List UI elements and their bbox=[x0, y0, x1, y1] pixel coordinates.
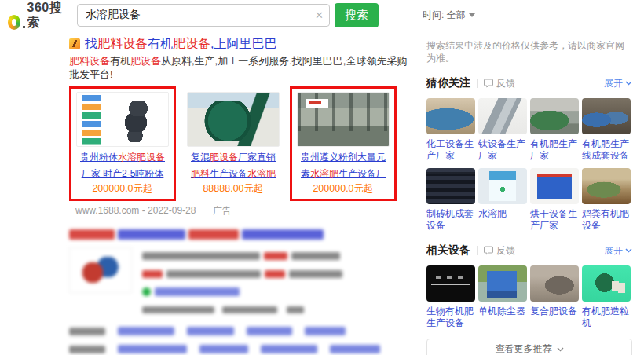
time-filter-dropdown[interactable]: 时间: 全部 bbox=[423, 9, 475, 22]
product-price: 200000.0元起 bbox=[297, 182, 390, 196]
expand-button[interactable]: 展开 bbox=[604, 244, 632, 258]
result-description: 肥料设备有机肥设备从原料,生产,加工一系列服务.找阿里巴巴,全球领先采购批发平台… bbox=[69, 54, 411, 81]
product-thumbnail bbox=[530, 98, 579, 134]
result-source-url: www.1688.com - 2022-09-28 bbox=[75, 205, 196, 216]
related-item[interactable]: 单机除尘器 bbox=[478, 265, 527, 329]
related-item[interactable]: 复合肥设备 bbox=[530, 265, 579, 329]
divider bbox=[477, 79, 478, 88]
search-box: ✕ bbox=[77, 4, 330, 27]
product-thumbnail bbox=[530, 265, 579, 302]
result-ad-1: 找肥料设备有机肥设备,上阿里巴巴 肥料设备有机肥设备从原料,生产,加工一系列服务… bbox=[69, 36, 411, 218]
product-thumbnail bbox=[297, 92, 390, 147]
top-search-bar: 360搜索 ✕ 搜索 时间: 全部 bbox=[0, 0, 644, 30]
clear-icon[interactable]: ✕ bbox=[315, 9, 324, 21]
product-thumbnail bbox=[426, 265, 475, 302]
product-thumbnail bbox=[426, 168, 475, 204]
feedback-button[interactable]: 反馈 bbox=[484, 244, 515, 258]
expand-button[interactable]: 展开 bbox=[604, 77, 632, 90]
related-item[interactable]: 烘干设备生产厂家 bbox=[530, 168, 579, 232]
related-item[interactable]: 水溶肥 bbox=[478, 168, 527, 232]
related-item[interactable]: 钛设备生产厂家 bbox=[478, 98, 527, 162]
product-card-title[interactable]: 贵州遵义粉剂大量元 bbox=[297, 152, 390, 163]
product-card-title-line2[interactable]: 厂家 时产2-5吨粉体 bbox=[76, 168, 169, 180]
360-search-logo[interactable]: 360搜索 bbox=[8, 0, 68, 30]
search-input[interactable] bbox=[77, 4, 330, 27]
search-button[interactable]: 搜索 bbox=[335, 3, 379, 27]
annotation-box-card-3: 贵州遵义粉剂大量元 素水溶肥生产设备厂 200000.0元起 bbox=[290, 86, 397, 201]
related-equipment-grid: 生物有机肥生产设备 单机除尘器 复合肥设备 有机肥造粒机 bbox=[426, 265, 632, 329]
section-title: 猜你关注 bbox=[426, 76, 470, 90]
caret-down-icon bbox=[469, 13, 475, 17]
section-related-equipment-header: 相关设备 反馈 展开 bbox=[426, 243, 632, 258]
related-item[interactable]: 生物有机肥生产设备 bbox=[426, 265, 475, 329]
product-thumbnail bbox=[582, 168, 631, 204]
redacted-sitelinks bbox=[69, 324, 411, 355]
360-logo-ring-icon bbox=[8, 15, 20, 30]
product-card-title-line2[interactable]: 素水溶肥生产设备厂 bbox=[297, 168, 390, 180]
time-filter-label: 时间: 全部 bbox=[423, 9, 466, 22]
divider bbox=[477, 246, 478, 255]
redacted-result-title[interactable] bbox=[69, 227, 411, 241]
logo-dot bbox=[23, 26, 25, 28]
section-title: 相关设备 bbox=[426, 243, 470, 258]
related-item[interactable]: 鸡粪有机肥设备 bbox=[582, 168, 631, 232]
speech-bubble-icon bbox=[484, 79, 493, 88]
related-item[interactable]: 有机肥生产线成套设备 bbox=[582, 98, 631, 162]
alibaba-favicon-icon bbox=[69, 38, 80, 49]
product-card-title-line2[interactable]: 肥料生产设备水溶肥 bbox=[187, 168, 280, 180]
price-disclaimer: 搜索结果中涉及的价格仅供参考，请以商家官网为准。 bbox=[426, 39, 632, 64]
guess-you-like-grid: 化工设备生产厂家 钛设备生产厂家 有机肥生产厂家 有机肥生产线成套设备 制砖机成… bbox=[426, 98, 632, 232]
chevron-down-icon bbox=[625, 81, 632, 86]
chevron-down-icon bbox=[557, 347, 564, 352]
speech-bubble-icon bbox=[484, 246, 493, 255]
related-item[interactable]: 化工设备生产厂家 bbox=[426, 98, 475, 162]
product-price: 200000.0元起 bbox=[76, 182, 169, 196]
product-card-title[interactable]: 贵州粉体水溶肥设备 bbox=[76, 152, 169, 163]
redacted-thumbnail bbox=[69, 247, 132, 293]
result-meta: www.1688.com - 2022-09-28 广告 bbox=[69, 204, 411, 218]
verified-icon bbox=[142, 287, 151, 296]
related-item[interactable]: 有机肥生产厂家 bbox=[530, 98, 579, 162]
product-thumbnail bbox=[478, 98, 527, 134]
product-price: 88888.00元起 bbox=[187, 182, 280, 196]
chevron-down-icon bbox=[625, 248, 632, 253]
result-title-link[interactable]: 找肥料设备有机肥设备,上阿里巴巴 bbox=[85, 36, 276, 52]
section-guess-you-like-header: 猜你关注 反馈 展开 bbox=[426, 76, 632, 90]
results-column: 找肥料设备有机肥设备,上阿里巴巴 肥料设备有机肥设备从原料,生产,加工一系列服务… bbox=[69, 30, 411, 355]
feedback-button[interactable]: 反馈 bbox=[484, 77, 515, 90]
product-thumbnail bbox=[426, 98, 475, 134]
related-item[interactable]: 有机肥造粒机 bbox=[582, 265, 631, 329]
product-thumbnail bbox=[76, 92, 169, 147]
product-thumbnail bbox=[478, 168, 527, 204]
related-item[interactable]: 制砖机成套设备 bbox=[426, 168, 475, 232]
redacted-result bbox=[69, 227, 411, 355]
redacted-description bbox=[142, 247, 411, 317]
ad-label: 广告 bbox=[213, 205, 232, 216]
product-thumbnail bbox=[582, 98, 631, 134]
product-card[interactable]: 复混肥设备厂家直销 肥料生产设备水溶肥 88888.00元起 bbox=[187, 92, 280, 196]
product-card[interactable]: 贵州粉体水溶肥设备 厂家 时产2-5吨粉体 200000.0元起 bbox=[76, 92, 169, 196]
annotation-box-card-1: 贵州粉体水溶肥设备 厂家 时产2-5吨粉体 200000.0元起 bbox=[69, 86, 176, 201]
product-card-title[interactable]: 复混肥设备厂家直销 bbox=[187, 152, 280, 163]
product-thumbnail bbox=[478, 265, 527, 302]
logo-wordmark: 360搜索 bbox=[27, 0, 68, 30]
sidebar: 搜索结果中涉及的价格仅供参考，请以商家官网为准。 猜你关注 反馈 展开 化工设备… bbox=[426, 30, 632, 355]
product-thumbnail bbox=[530, 168, 579, 204]
product-cards-row: 贵州粉体水溶肥设备 厂家 时产2-5吨粉体 200000.0元起 复混肥设备厂家… bbox=[69, 86, 411, 201]
product-thumbnail bbox=[187, 92, 280, 147]
see-more-recommendations-button[interactable]: 查看更多推荐 bbox=[426, 339, 632, 355]
product-card[interactable]: 贵州遵义粉剂大量元 素水溶肥生产设备厂 200000.0元起 bbox=[297, 92, 390, 196]
product-thumbnail bbox=[582, 265, 631, 302]
